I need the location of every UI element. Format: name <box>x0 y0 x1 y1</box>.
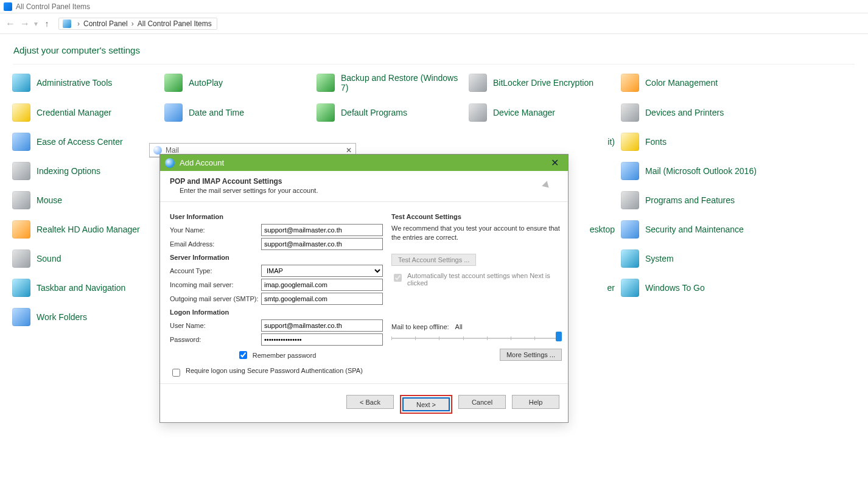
item-label: Sound <box>37 254 61 263</box>
control-panel-item[interactable]: Administrative Tools <box>12 73 158 92</box>
mail-offline-slider[interactable] <box>391 333 562 344</box>
dialog-title: Add Account <box>180 158 224 167</box>
item-icon <box>621 103 639 122</box>
username-input[interactable] <box>261 319 383 332</box>
test-settings-desc: We recommend that you test your account … <box>391 224 562 243</box>
account-type-select[interactable]: IMAP <box>261 265 383 277</box>
chevron-right-icon: › <box>77 19 80 28</box>
control-panel-item[interactable]: Mail (Microsoft Outlook 2016) <box>621 162 767 180</box>
item-icon <box>469 74 487 92</box>
label-username: User Name: <box>170 322 261 329</box>
control-panel-item[interactable]: System <box>621 249 767 268</box>
control-panel-item[interactable]: Sound <box>12 249 158 268</box>
item-label: Programs and Features <box>645 195 735 205</box>
label-outgoing: Outgoing mail server (SMTP): <box>170 295 261 302</box>
slider-thumb[interactable] <box>556 332 562 341</box>
item-icon <box>317 103 335 122</box>
incoming-server-input[interactable] <box>261 279 383 291</box>
item-icon <box>12 220 30 239</box>
breadcrumb-current[interactable]: All Control Panel Items <box>138 19 212 28</box>
control-panel-item[interactable]: Fonts <box>621 133 767 151</box>
section-server-info: Server Information <box>170 254 383 261</box>
close-icon[interactable]: ✕ <box>546 157 563 169</box>
item-icon <box>12 249 30 268</box>
control-panel-item[interactable]: Color Management <box>621 73 767 92</box>
outgoing-server-input[interactable] <box>261 293 383 305</box>
control-panel-item[interactable]: Indexing Options <box>12 162 158 180</box>
more-settings-button[interactable]: More Settings ... <box>500 349 562 361</box>
globe-icon <box>165 158 175 168</box>
up-arrow-icon[interactable]: ↑ <box>41 19 52 29</box>
item-label: Windows To Go <box>645 283 705 293</box>
item-label: Taskbar and Navigation <box>37 283 125 293</box>
label-account-type: Account Type: <box>170 267 261 274</box>
item-icon <box>621 74 639 92</box>
close-icon[interactable]: ✕ <box>346 146 352 155</box>
control-panel-item[interactable]: BitLocker Drive Encryption <box>469 73 615 92</box>
test-settings-button[interactable]: Test Account Settings ... <box>391 254 476 266</box>
label-email: Email Address: <box>170 240 261 248</box>
control-panel-item[interactable]: Device Manager <box>469 103 615 122</box>
help-button[interactable]: Help <box>512 395 559 409</box>
item-label: Administrative Tools <box>37 78 112 88</box>
forward-arrow-icon[interactable]: → <box>19 18 30 29</box>
label-your-name: Your Name: <box>170 226 261 234</box>
nav-separator: ▾ <box>34 19 38 28</box>
item-label: Color Management <box>645 78 718 88</box>
item-icon <box>621 220 639 239</box>
item-icon <box>621 191 639 209</box>
control-panel-item[interactable]: Security and Maintenance <box>621 220 767 239</box>
spa-checkbox[interactable] <box>172 369 180 377</box>
item-icon <box>12 279 30 297</box>
control-panel-item[interactable]: Windows To Go <box>621 279 767 297</box>
control-panel-item[interactable]: Date and Time <box>164 103 310 122</box>
control-panel-item[interactable]: Devices and Printers <box>621 103 767 122</box>
item-icon <box>164 74 183 92</box>
back-arrow-icon[interactable]: ← <box>5 18 16 29</box>
password-input[interactable] <box>261 333 383 346</box>
item-icon <box>12 308 30 326</box>
control-panel-item[interactable]: Backup and Restore (Windows 7) <box>317 73 463 92</box>
control-panel-item[interactable]: AutoPlay <box>164 73 310 92</box>
remember-password-checkbox[interactable] <box>239 351 247 359</box>
page-title: Adjust your computer's settings <box>0 34 868 61</box>
item-label: Ease of Access Center <box>37 137 123 147</box>
control-panel-item[interactable]: Credential Manager <box>12 103 158 122</box>
item-icon <box>12 74 30 92</box>
back-button[interactable]: < Back <box>346 395 394 409</box>
window-title: All Control Panel Items <box>16 2 90 11</box>
control-panel-item[interactable]: Mouse <box>12 191 158 209</box>
auto-test-label: Automatically test account settings when… <box>407 272 562 287</box>
item-icon <box>12 191 30 209</box>
control-panel-icon <box>4 2 12 11</box>
item-label: esktop <box>590 225 615 234</box>
item-icon <box>621 279 639 297</box>
next-button[interactable]: Next > <box>402 397 450 411</box>
email-input[interactable] <box>261 238 383 250</box>
chevron-right-icon: › <box>131 19 134 28</box>
control-panel-item[interactable]: Realtek HD Audio Manager <box>12 220 158 239</box>
auto-test-checkbox[interactable] <box>394 274 402 282</box>
item-icon <box>621 249 639 268</box>
item-icon <box>469 103 487 122</box>
control-panel-item[interactable]: Work Folders <box>12 308 158 326</box>
dialog-header: POP and IMAP Account Settings Enter the … <box>160 171 568 202</box>
item-label: Indexing Options <box>37 166 100 176</box>
item-label: Realtek HD Audio Manager <box>37 225 140 234</box>
your-name-input[interactable] <box>261 224 383 236</box>
item-label: Backup and Restore (Windows 7) <box>341 73 463 92</box>
control-panel-item[interactable]: it) <box>469 133 615 151</box>
window-titlebar: All Control Panel Items <box>0 0 868 13</box>
control-panel-item[interactable]: Default Programs <box>317 103 463 122</box>
section-logon-info: Logon Information <box>170 308 383 316</box>
control-panel-item[interactable]: Taskbar and Navigation <box>12 279 158 297</box>
left-form-column: User Information Your Name: Email Addres… <box>170 209 383 378</box>
item-icon <box>12 162 30 180</box>
item-icon <box>12 133 30 151</box>
breadcrumb[interactable]: › Control Panel › All Control Panel Item… <box>58 18 217 30</box>
breadcrumb-root[interactable]: Control Panel <box>83 19 128 28</box>
mail-offline-value: All <box>455 323 463 330</box>
control-panel-item[interactable]: Programs and Features <box>621 191 767 209</box>
cancel-button[interactable]: Cancel <box>458 395 506 409</box>
control-panel-item[interactable]: Ease of Access Center <box>12 133 158 151</box>
